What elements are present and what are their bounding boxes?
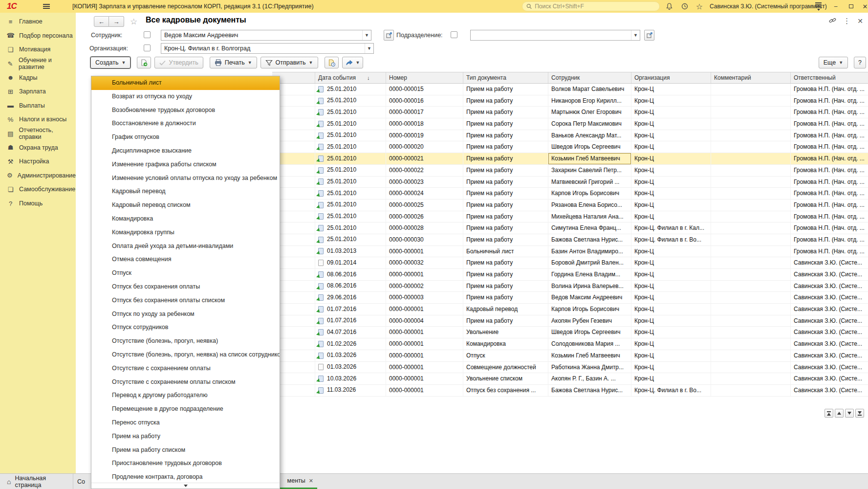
- create-menu-item[interactable]: Отпуск сотрудников: [91, 321, 280, 334]
- tab-active-documents[interactable]: менты ✕: [275, 474, 317, 489]
- create-menu-item[interactable]: Восстановление в должности: [91, 117, 280, 131]
- create-menu-item[interactable]: График отпусков: [91, 131, 280, 144]
- more-button[interactable]: Еще▼: [819, 57, 848, 68]
- get-link-icon[interactable]: [829, 17, 836, 24]
- organization-dropdown-arrow-icon[interactable]: ▼: [365, 44, 373, 53]
- create-button[interactable]: Создать▼: [90, 57, 130, 68]
- export-button[interactable]: ▼: [342, 57, 364, 68]
- page-up-button[interactable]: [835, 409, 844, 418]
- close-form-icon[interactable]: ✕: [857, 18, 863, 24]
- sidebar-item[interactable]: ▬ Выплаты: [0, 99, 76, 113]
- table-row[interactable]: 25.01.2010 0000-000019 Прием на работу В…: [272, 130, 868, 142]
- create-menu-item[interactable]: Прием на работу: [91, 430, 280, 444]
- sidebar-item[interactable]: ❏ Самообслуживание: [0, 182, 76, 197]
- table-row[interactable]: 09.01.2014 0000-000032 Прием на работу Б…: [272, 257, 868, 269]
- tab-partial[interactable]: Со: [77, 474, 85, 489]
- help-button[interactable]: ?: [854, 57, 866, 68]
- table-row[interactable]: 01.03.2026 0000-000001 Отпуск Козьмин Гл…: [272, 350, 868, 362]
- table-row[interactable]: 25.01.2010 0000-000021 Прием на работу К…: [272, 153, 868, 165]
- sidebar-item[interactable]: ⚙ Администрирование: [0, 169, 76, 183]
- column-header-date[interactable]: Дата события ↓: [315, 72, 386, 83]
- menu-scroll-down[interactable]: [91, 483, 280, 489]
- page-down-button[interactable]: [845, 409, 854, 418]
- table-row[interactable]: 25.01.2010 0000-000025 Прием на работу Р…: [272, 200, 868, 211]
- global-search[interactable]: [522, 1, 660, 11]
- table-row[interactable]: 01.07.2016 0000-000001 Кадровый перевод …: [272, 304, 868, 315]
- create-copy-button[interactable]: [137, 57, 151, 68]
- column-header-comment[interactable]: Комментарий: [711, 72, 791, 83]
- create-menu-item[interactable]: Отмена совмещения: [91, 253, 280, 267]
- print-button[interactable]: Печать▼: [210, 57, 257, 68]
- table-row[interactable]: 25.01.2010 0000-000028 Прием на работу С…: [272, 222, 868, 234]
- table-row[interactable]: 01.03.2013 0000-000001 Больничный лист Б…: [272, 246, 868, 258]
- sidebar-item[interactable]: ☗ Охрана труда: [0, 140, 76, 155]
- column-header-employee[interactable]: Сотрудник: [548, 72, 631, 83]
- sidebar-item[interactable]: ? Помощь: [0, 197, 76, 211]
- tab-home-page[interactable]: ⌂ Начальная страница: [0, 474, 73, 489]
- sidebar-item[interactable]: ⊞ Зарплата: [0, 85, 76, 99]
- create-menu-item[interactable]: Перевод к другому работодателю: [91, 389, 280, 402]
- current-user[interactable]: Савинская З.Ю. (Системный программист): [710, 0, 827, 13]
- create-menu-item[interactable]: Продление контракта, договора: [91, 470, 280, 484]
- table-row[interactable]: 04.07.2016 0000-000001 Увольнение Шведов…: [272, 327, 868, 338]
- table-row[interactable]: 25.01.2010 0000-000018 Прием на работу С…: [272, 118, 868, 130]
- create-menu-item[interactable]: Отпуск без сохранения оплаты: [91, 280, 280, 294]
- table-row[interactable]: 25.01.2010 0000-000016 Прием на работу Н…: [272, 95, 868, 107]
- close-window-button[interactable]: ✕: [860, 0, 868, 13]
- table-row[interactable]: 11.03.2026 0000-000001 Отпуск без сохран…: [272, 385, 868, 397]
- employee-filter-checkbox[interactable]: [144, 31, 151, 38]
- create-menu-item[interactable]: Прием на работу списком: [91, 444, 280, 457]
- go-last-button[interactable]: [855, 409, 864, 418]
- table-row[interactable]: 25.01.2010 0000-000020 Прием на работу Ш…: [272, 141, 868, 153]
- create-menu-item[interactable]: Оплата дней ухода за детьми-инвалидами: [91, 240, 280, 253]
- department-open-button[interactable]: [644, 30, 654, 41]
- employee-open-button[interactable]: [384, 30, 394, 41]
- create-menu-item[interactable]: Дисциплинарное взыскание: [91, 144, 280, 158]
- table-row[interactable]: 25.01.2010 0000-000026 Прием на работу М…: [272, 211, 868, 223]
- main-menu-icon[interactable]: [43, 0, 50, 13]
- table-row[interactable]: 25.01.2010 0000-000030 Прием на работу Б…: [272, 234, 868, 246]
- create-menu-item[interactable]: Отсутствие с сохранением оплаты: [91, 362, 280, 376]
- go-first-button[interactable]: [825, 409, 833, 418]
- column-header-type[interactable]: Тип документа: [463, 72, 548, 83]
- forward-button[interactable]: →: [109, 16, 124, 27]
- search-input[interactable]: [535, 3, 655, 10]
- create-menu-item[interactable]: Возобновление трудовых договоров: [91, 104, 280, 117]
- table-row[interactable]: 25.01.2010 0000-000017 Прием на работу М…: [272, 107, 868, 118]
- table-row[interactable]: 08.06.2016 0000-000002 Прием на работу В…: [272, 281, 868, 292]
- create-menu-item[interactable]: Перенос отпуска: [91, 416, 280, 430]
- create-menu-item[interactable]: Возврат из отпуска по уходу: [91, 90, 280, 104]
- table-row[interactable]: 29.06.2016 0000-000003 Прием на работу В…: [272, 292, 868, 304]
- notifications-bell-icon[interactable]: [664, 0, 674, 13]
- form-favorite-star-icon[interactable]: ☆: [130, 17, 137, 27]
- sidebar-item[interactable]: ▤ Отчетность, справки: [0, 127, 76, 141]
- department-filter-checkbox[interactable]: [451, 31, 457, 38]
- create-menu-item[interactable]: Приостановление трудовых договоров: [91, 457, 280, 470]
- table-row[interactable]: 01.03.2026 0000-000001 Совмещение должно…: [272, 362, 868, 374]
- approve-button[interactable]: Утвердить: [154, 57, 203, 68]
- table-row[interactable]: 01.02.2026 0000-000001 Командировка Соло…: [272, 338, 868, 350]
- employee-dropdown-arrow-icon[interactable]: ▼: [362, 30, 371, 40]
- create-menu-item[interactable]: Больничный лист: [91, 76, 280, 90]
- column-header-responsible[interactable]: Ответственный: [791, 72, 868, 83]
- history-clock-icon[interactable]: [679, 0, 690, 13]
- department-filter-input[interactable]: [471, 32, 631, 39]
- create-menu-item[interactable]: Отсутствие (болезнь, прогул, неявка) на …: [91, 348, 280, 362]
- create-menu-item[interactable]: Командировка группы: [91, 226, 280, 240]
- table-row[interactable]: 01.07.2016 0000-000004 Прием на работу А…: [272, 315, 868, 327]
- create-menu-item[interactable]: Отпуск по уходу за ребенком: [91, 308, 280, 321]
- employee-filter-input[interactable]: [161, 32, 362, 39]
- scheduled-document-button[interactable]: [325, 57, 339, 68]
- tab-close-icon[interactable]: ✕: [309, 478, 313, 484]
- send-button[interactable]: Отправить▼: [260, 57, 318, 68]
- column-header-number[interactable]: Номер: [386, 72, 463, 83]
- table-row[interactable]: 08.06.2016 0000-000001 Прием на работу Г…: [272, 269, 868, 281]
- sidebar-item[interactable]: ≡ Главное: [0, 15, 76, 29]
- column-header-organization[interactable]: Организация: [631, 72, 711, 83]
- create-menu-item[interactable]: Кадровый перевод: [91, 185, 280, 199]
- department-dropdown-arrow-icon[interactable]: ▼: [631, 30, 640, 40]
- sidebar-item[interactable]: ✎ Обучение и развитие: [0, 57, 76, 71]
- service-menu-icon[interactable]: [815, 0, 822, 13]
- create-menu-item[interactable]: Перемещение в другое подразделение: [91, 402, 280, 416]
- sidebar-item[interactable]: ⚒ Настройка: [0, 155, 76, 169]
